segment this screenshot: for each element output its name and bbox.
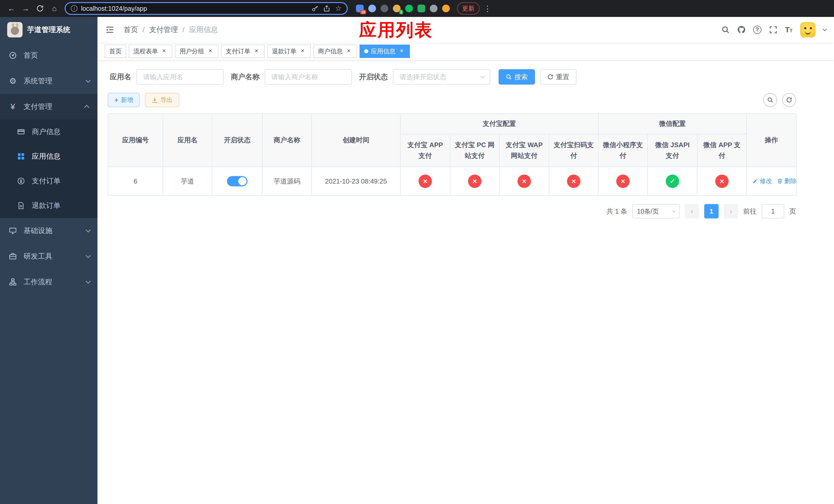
toggle-search-button[interactable]	[763, 93, 777, 107]
apps-table: 应用编号 应用名 开启状态 商户名称 创建时间 支付宝配置 微信配置 操作 支付…	[108, 113, 796, 196]
status-select[interactable]: 请选择开启状态	[393, 69, 490, 85]
breadcrumb-payment[interactable]: 支付管理	[149, 25, 178, 35]
yen-icon: ¥	[8, 102, 18, 111]
tab-pay-order[interactable]: 支付订单 ×	[221, 45, 265, 58]
refresh-table-button[interactable]	[782, 93, 796, 107]
tab-app-info[interactable]: 应用信息 ×	[359, 45, 410, 58]
extension-icon[interactable]: 1	[393, 5, 401, 12]
sidebar-item-system[interactable]: ⚙ 系统管理	[0, 68, 97, 94]
add-button[interactable]: + 新增	[108, 93, 140, 107]
bookmark-star-icon[interactable]: ☆	[335, 5, 342, 12]
sidebar-item-merchant-info[interactable]: 商户信息	[0, 119, 97, 144]
app-name-label: 应用名	[110, 72, 131, 82]
close-icon[interactable]: ×	[398, 48, 405, 55]
browser-menu-icon[interactable]: ⋮	[482, 4, 493, 13]
disabled-status-icon: ×	[518, 175, 531, 188]
browser-chrome: ← → ⌂ i localhost:1024/pay/app ☆ 10 1	[0, 0, 834, 17]
browser-reload-icon[interactable]	[34, 2, 46, 15]
sidebar-item-workflow[interactable]: 工作流程	[0, 269, 97, 295]
sidebar-item-app-info[interactable]: 应用信息	[0, 144, 97, 169]
sidebar-item-pay-order[interactable]: 支付订单	[0, 169, 97, 193]
cell-app-id: 6	[108, 167, 163, 196]
search-button[interactable]: 搜索	[499, 69, 535, 85]
search-icon[interactable]	[721, 26, 730, 34]
share-icon[interactable]	[323, 5, 330, 12]
sidebar-item-label: 支付管理	[24, 102, 52, 112]
breadcrumb-separator: /	[142, 26, 145, 34]
extension-icon[interactable]	[405, 5, 413, 12]
tab-label: 支付订单	[226, 47, 250, 55]
chevron-up-icon	[84, 105, 89, 110]
total-count: 共 1 条	[607, 207, 627, 216]
font-size-icon[interactable]: TT	[785, 25, 792, 34]
tab-merchant-info[interactable]: 商户信息 ×	[313, 45, 357, 58]
tab-user-group[interactable]: 用户分组 ×	[175, 45, 219, 58]
tab-home[interactable]: 首页	[105, 45, 126, 58]
extension-icon[interactable]: 10	[356, 5, 364, 12]
prev-page-button[interactable]: ‹	[685, 204, 699, 219]
tab-label: 应用信息	[371, 47, 395, 55]
avatar[interactable]	[800, 22, 815, 38]
extension-icon[interactable]	[368, 5, 376, 12]
sidebar-item-refund-order[interactable]: 退款订单	[0, 193, 97, 218]
tab-flow-form[interactable]: 流程表单 ×	[129, 45, 172, 58]
breadcrumb-home[interactable]: 首页	[124, 25, 138, 35]
tags-view-bar: 首页 流程表单 × 用户分组 × 支付订单 ×	[97, 43, 834, 60]
page-size-select[interactable]: 10条/页	[632, 204, 680, 219]
tab-refund-order[interactable]: 退款订单 ×	[267, 45, 311, 58]
password-key-icon[interactable]	[312, 5, 318, 12]
site-info-icon[interactable]: i	[71, 5, 78, 12]
user-menu-caret-icon[interactable]	[823, 27, 827, 31]
delete-link[interactable]: 删除	[777, 177, 796, 185]
sidebar-collapse-icon[interactable]	[105, 25, 115, 35]
payment-submenu: 商户信息 应用信息 支付订单	[0, 119, 97, 218]
col-app-id: 应用编号	[108, 114, 163, 167]
next-page-button[interactable]: ›	[724, 204, 738, 219]
col-alipay-wap: 支付宝 WAP 网站支付	[499, 134, 549, 167]
breadcrumb: 首页 / 支付管理 / 应用信息	[124, 25, 218, 35]
col-group-wechat: 微信配置	[598, 114, 747, 134]
sidebar-item-infrastructure[interactable]: 基础设施	[0, 218, 97, 244]
col-alipay-pc: 支付宝 PC 网站支付	[450, 134, 499, 167]
tab-label: 商户信息	[318, 47, 343, 55]
app-name-input[interactable]	[136, 69, 224, 85]
sidebar-item-home[interactable]: 首页	[0, 43, 97, 68]
filter-form: 应用名 商户名称 开启状态 请选择开启状态 搜索 重置	[108, 69, 824, 85]
col-wechat-mini: 微信小程序支付	[598, 134, 648, 167]
close-icon[interactable]: ×	[253, 48, 260, 55]
close-icon[interactable]: ×	[299, 48, 306, 55]
address-bar[interactable]: i localhost:1024/pay/app ☆	[65, 2, 348, 15]
close-icon[interactable]: ×	[345, 48, 352, 55]
extension-icon[interactable]	[418, 5, 425, 12]
browser-forward-icon[interactable]: →	[20, 2, 32, 15]
close-icon[interactable]: ×	[207, 48, 214, 55]
pin-extension-icon[interactable]	[430, 5, 438, 12]
browser-back-icon[interactable]: ←	[5, 2, 18, 15]
tab-label: 流程表单	[133, 47, 158, 55]
reset-button[interactable]: 重置	[540, 69, 576, 85]
edit-link[interactable]: 修改	[752, 177, 772, 185]
fullscreen-icon[interactable]	[769, 26, 777, 34]
extension-icon[interactable]	[442, 5, 450, 12]
cell-app-name: 芋道	[163, 167, 212, 196]
merchant-name-input[interactable]	[265, 69, 352, 85]
sidebar-item-payment[interactable]: ¥ 支付管理	[0, 94, 97, 119]
page-size-value: 10条/页	[637, 207, 659, 215]
sidebar-item-dev-tools[interactable]: 研发工具	[0, 244, 97, 269]
status-toggle[interactable]	[227, 176, 247, 186]
browser-home-icon[interactable]: ⌂	[48, 2, 61, 15]
cell-status	[212, 167, 262, 196]
extension-icon[interactable]	[380, 5, 388, 12]
close-icon[interactable]: ×	[160, 48, 168, 55]
main-area: 首页 / 支付管理 / 应用信息 应用列表 ?	[97, 17, 834, 504]
sidebar: 芋道管理系统 首页 ⚙ 系统管理 ¥ 支付管理	[0, 17, 97, 504]
goto-page-input[interactable]	[762, 204, 784, 219]
export-button[interactable]: 导出	[145, 93, 179, 107]
browser-update-button[interactable]: 更新	[457, 2, 480, 15]
github-icon[interactable]	[737, 26, 746, 34]
help-icon[interactable]: ?	[753, 26, 762, 34]
sidebar-item-label: 商户信息	[32, 127, 61, 137]
tab-label: 用户分组	[179, 47, 204, 55]
table-row: 6 芋道 芋道源码 2021-10-23 08:49:25 × × × × ×	[108, 167, 796, 196]
page-number-button[interactable]: 1	[704, 204, 719, 219]
